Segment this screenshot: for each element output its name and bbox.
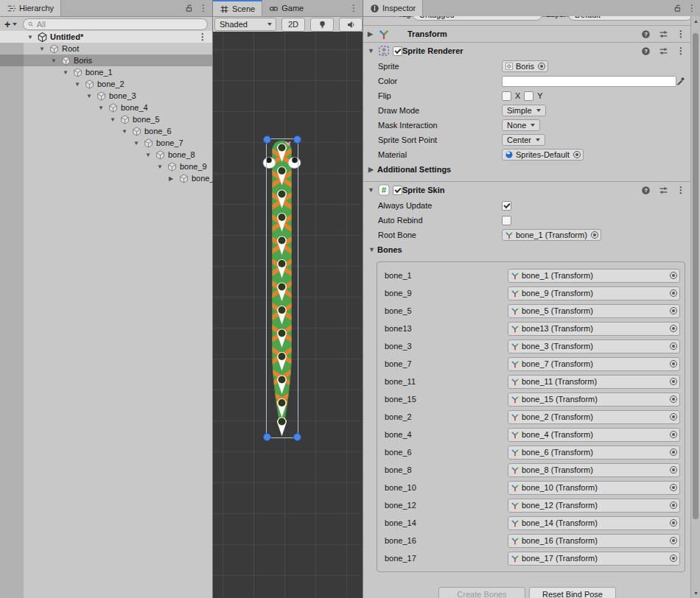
sprite-object-field[interactable]: Boris [502,60,548,72]
lock-icon[interactable] [673,4,682,13]
bone-object-field[interactable]: bone_17 (Transform) [508,552,680,566]
help-icon[interactable] [641,46,651,56]
foldout-arrow-icon[interactable]: ▶ [363,30,378,38]
foldout-arrow-icon[interactable]: ▼ [51,57,60,64]
bone-object-field[interactable]: bone_4 (Transform) [508,428,680,442]
foldout-arrow-icon[interactable]: ▼ [133,140,143,147]
shading-mode-dropdown[interactable]: Shaded [214,18,276,31]
search-input[interactable] [37,20,203,29]
toggle-2d-button[interactable]: 2D [281,18,305,32]
bone-object-field[interactable]: bone_8 (Transform) [508,463,680,477]
hierarchy-item[interactable]: ▼ bone_3 [0,90,212,102]
hierarchy-item[interactable]: ▼ bone_2 [0,78,212,90]
foldout-arrow-icon[interactable]: ▼ [363,47,378,54]
object-picker-icon[interactable] [573,151,581,158]
foldout-arrow-icon[interactable]: ▶ [169,175,178,182]
hierarchy-item[interactable]: ▼ bone_9 [0,161,212,172]
flip-y-checkbox[interactable] [524,91,533,101]
boris-sprite[interactable] [267,139,297,437]
foldout-arrow-icon[interactable]: ▼ [145,152,155,158]
help-icon[interactable] [641,29,651,39]
object-picker-icon[interactable] [670,448,677,456]
foldout-arrow-icon[interactable]: ▼ [110,116,119,123]
object-picker-icon[interactable] [591,231,598,239]
object-picker-icon[interactable] [670,484,677,491]
sprite-sort-point-dropdown[interactable]: Center [502,134,545,146]
menu-icon[interactable]: ⋮ [676,186,685,194]
additional-settings-foldout[interactable]: ▶ Additional Settings [363,162,691,177]
layer-dropdown[interactable]: Default [568,16,691,21]
reset-bind-pose-button[interactable]: Reset Bind Pose [529,587,616,598]
bone-object-field[interactable]: bone_2 (Transform) [508,410,680,424]
scroll-up-icon[interactable]: ▲ [691,18,700,24]
menu-icon[interactable]: ⋮ [676,29,685,38]
tag-dropdown[interactable]: Untagged [413,16,542,21]
scrollbar-thumb[interactable] [693,33,699,519]
tab-game[interactable]: Game [262,0,310,16]
auto-rebind-checkbox[interactable] [502,216,511,225]
scene-menu-icon[interactable]: ⋮ [198,32,212,41]
bone-object-field[interactable]: bone13 (Transform) [508,322,680,336]
hierarchy-item[interactable]: ▼ bone_4 [0,102,212,113]
menu-icon[interactable]: ⋮ [676,46,685,55]
draw-mode-dropdown[interactable]: Simple [502,105,546,116]
foldout-arrow-icon[interactable]: ▼ [363,186,378,194]
add-gameobject-button[interactable]: + [0,19,20,29]
foldout-arrow-icon[interactable]: ▼ [74,81,84,88]
color-swatch[interactable] [502,76,676,87]
bone-object-field[interactable]: bone_6 (Transform) [508,446,680,460]
component-enabled-checkbox[interactable] [393,46,402,56]
menu-icon[interactable]: ⋮ [349,4,358,13]
object-picker-icon[interactable] [670,289,677,297]
transform-component-header[interactable]: ▶ Transform ⋮ [363,25,691,42]
inspector-scrollbar[interactable]: ▲ ▼ [690,16,700,598]
object-picker-icon[interactable] [538,63,545,70]
mask-interaction-dropdown[interactable]: None [502,119,540,131]
bone-object-field[interactable]: bone_9 (Transform) [508,286,680,300]
sprite-skin-component-header[interactable]: ▼ Sprite Skin ⋮ [363,181,691,198]
create-bones-button[interactable]: Create Bones [438,587,525,598]
hierarchy-search[interactable] [23,18,208,30]
menu-icon[interactable]: ⋮ [687,4,696,13]
foldout-arrow-icon[interactable]: ▼ [63,69,72,76]
presets-icon[interactable] [659,29,668,39]
foldout-arrow-icon[interactable]: ▼ [86,93,96,99]
material-object-field[interactable]: Sprites-Default [502,149,584,161]
help-icon[interactable] [641,186,651,195]
object-picker-icon[interactable] [670,360,677,367]
menu-icon[interactable]: ⋮ [199,4,208,13]
bone-object-field[interactable]: bone_12 (Transform) [508,499,680,513]
foldout-arrow-icon[interactable]: ▼ [27,34,37,41]
object-picker-icon[interactable] [670,519,677,527]
foldout-arrow-icon[interactable]: ▼ [39,46,49,52]
root-bone-object-field[interactable]: bone_1 (Transform) [502,229,601,241]
bones-foldout[interactable]: ▼ Bones [363,242,691,257]
scene-viewport[interactable] [213,32,363,598]
hierarchy-item[interactable]: ▼ bone_8 [0,149,212,161]
object-picker-icon[interactable] [670,431,677,438]
object-picker-icon[interactable] [670,272,677,279]
tab-scene[interactable]: Scene [213,0,262,16]
bone-object-field[interactable]: bone_10 (Transform) [508,481,680,495]
bone-object-field[interactable]: bone_11 (Transform) [508,375,680,389]
object-picker-icon[interactable] [670,307,677,314]
object-picker-icon[interactable] [670,413,677,421]
object-picker-icon[interactable] [670,325,677,332]
hierarchy-item[interactable]: ▼ Boris [0,54,212,66]
flip-x-checkbox[interactable] [502,91,511,101]
object-picker-icon[interactable] [670,395,677,403]
foldout-arrow-icon[interactable]: ▼ [157,163,167,170]
bone-object-field[interactable]: bone_5 (Transform) [508,304,680,318]
tab-inspector[interactable]: Inspector [363,0,423,16]
tab-hierarchy[interactable]: Hierarchy [0,0,61,16]
object-picker-icon[interactable] [670,537,677,544]
always-update-checkbox[interactable] [502,201,511,211]
hierarchy-item[interactable]: ▼ bone_7 [0,137,212,149]
object-picker-icon[interactable] [670,342,677,350]
hierarchy-item[interactable]: ▼ bone_1 [0,66,212,78]
presets-icon[interactable] [659,46,668,56]
foldout-arrow-icon[interactable]: ▼ [98,105,108,111]
bone-object-field[interactable]: bone_14 (Transform) [508,516,680,530]
hierarchy-item[interactable]: ▼ bone_6 [0,125,212,137]
lock-icon[interactable] [185,4,194,13]
